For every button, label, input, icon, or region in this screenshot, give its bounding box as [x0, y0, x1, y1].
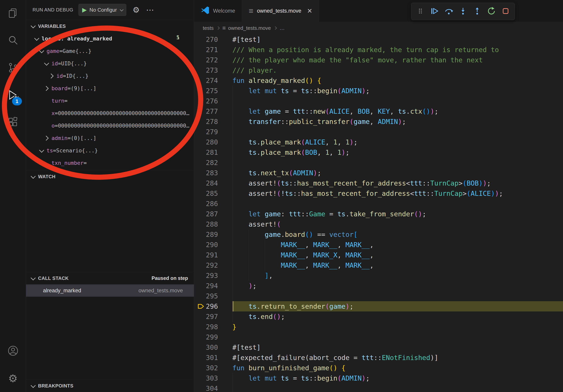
- code-line-291[interactable]: 291MARK__, MARK_X, MARK__,: [194, 250, 563, 260]
- gutter[interactable]: 286: [194, 198, 232, 209]
- variables-section-header[interactable]: VARIABLES: [26, 20, 194, 32]
- code-line-286[interactable]: 286: [194, 198, 563, 209]
- code-line-289[interactable]: 289game.board() == vector[: [194, 229, 563, 240]
- code-line-275[interactable]: 275let mut ts = ts::begin(ADMIN);: [194, 86, 563, 96]
- gutter[interactable]: 301: [194, 353, 232, 363]
- gutter[interactable]: 292: [194, 260, 232, 270]
- continue-button[interactable]: [428, 5, 441, 18]
- gutter[interactable]: 302: [194, 363, 232, 373]
- code-line-283[interactable]: 283ts.next_tx(ADMIN);: [194, 168, 563, 178]
- step-over-button[interactable]: [442, 5, 455, 18]
- code-line-282[interactable]: 282: [194, 157, 563, 168]
- variable-row-o[interactable]: o = 000000000000000000000000000000000000…: [26, 119, 194, 132]
- code-line-288[interactable]: 288assert!(: [194, 219, 563, 229]
- code-line-302[interactable]: 302fun burn_unfinished_game() {: [194, 363, 563, 373]
- chevron-right-icon[interactable]: [44, 136, 49, 141]
- gutter[interactable]: 290: [194, 240, 232, 250]
- code-line-280[interactable]: 280ts.place_mark(ALICE, 1, 1);: [194, 137, 563, 147]
- activity-settings[interactable]: ⚙: [0, 365, 26, 392]
- gutter[interactable]: 293: [194, 270, 232, 281]
- code-line-295[interactable]: 295: [194, 291, 563, 301]
- chevron-right-icon[interactable]: [49, 73, 53, 78]
- code-line-274[interactable]: 274fun already_marked() {: [194, 75, 563, 86]
- gutter[interactable]: 291: [194, 250, 232, 260]
- variable-row-turn[interactable]: turn = 1: [26, 94, 194, 107]
- gutter[interactable]: 303: [194, 373, 232, 383]
- code-line-290[interactable]: 290MARK__, MARK__, MARK__,: [194, 240, 563, 250]
- code-line-284[interactable]: 284assert!(ts::has_most_recent_for_addre…: [194, 178, 563, 188]
- start-debug-icon[interactable]: ▶: [82, 7, 87, 13]
- call-stack-section-header[interactable]: CALL STACK Paused on step: [26, 272, 194, 284]
- code-line-273[interactable]: 273/// player.: [194, 65, 563, 75]
- code-line-304[interactable]: 304: [194, 383, 563, 392]
- code-line-296[interactable]: 296ts.return_to_sender(game);: [194, 301, 563, 312]
- chevron-right-icon[interactable]: [44, 86, 49, 91]
- code-line-298[interactable]: 298}: [194, 322, 563, 332]
- variable-row-ts[interactable]: ts = Scenario{...}: [26, 144, 194, 157]
- activity-search[interactable]: [0, 27, 26, 54]
- gutter[interactable]: 294: [194, 281, 232, 291]
- gutter[interactable]: 282: [194, 157, 232, 168]
- code-line-270[interactable]: 270#[test]: [194, 34, 563, 45]
- code-line-277[interactable]: 277let game = ttt::new(ALICE, BOB, KEY, …: [194, 106, 563, 117]
- gutter[interactable]: 285: [194, 188, 232, 198]
- code-line-300[interactable]: 300#[test]: [194, 342, 563, 353]
- code-line-287[interactable]: 287let game: ttt::Game = ts.take_from_se…: [194, 209, 563, 219]
- tab-welcome[interactable]: Welcome: [194, 0, 242, 22]
- gutter[interactable]: 296: [194, 301, 232, 312]
- breadcrumb-symbol[interactable]: …: [280, 25, 285, 31]
- breadcrumb-folder[interactable]: tests: [203, 25, 214, 31]
- code-line-294[interactable]: 294);: [194, 281, 563, 291]
- toolbar-drag-handle[interactable]: [414, 5, 427, 18]
- chevron-down-icon[interactable]: [34, 36, 39, 41]
- gutter[interactable]: 287: [194, 209, 232, 219]
- chevron-down-icon[interactable]: [39, 148, 44, 153]
- variable-row-admin[interactable]: admin = (0)[...]: [26, 132, 194, 144]
- variable-row-board[interactable]: board = (9)[...]: [26, 82, 194, 94]
- gutter[interactable]: 277: [194, 106, 232, 117]
- gutter[interactable]: 272: [194, 55, 232, 65]
- step-into-button[interactable]: [457, 5, 469, 18]
- gutter[interactable]: 297: [194, 312, 232, 322]
- code-line-301[interactable]: 301#[expected_failure(abort_code = ttt::…: [194, 353, 563, 363]
- gear-icon[interactable]: ⚙: [133, 6, 140, 14]
- variables-scope-row[interactable]: locals: already_marked: [26, 32, 194, 45]
- gutter[interactable]: 299: [194, 332, 232, 342]
- code-line-293[interactable]: 293],: [194, 270, 563, 281]
- chevron-down-icon[interactable]: [39, 48, 44, 53]
- call-stack-frame[interactable]: already_marked owned_tests.move: [26, 284, 194, 297]
- gutter[interactable]: 289: [194, 229, 232, 240]
- watch-section-header[interactable]: WATCH: [26, 170, 194, 183]
- variable-row-game[interactable]: game = Game{...}: [26, 45, 194, 57]
- restart-button[interactable]: [485, 5, 498, 18]
- gutter[interactable]: 273: [194, 65, 232, 75]
- code-line-285[interactable]: 285assert!(!ts::has_most_recent_for_addr…: [194, 188, 563, 198]
- gutter[interactable]: 304: [194, 383, 232, 392]
- breadcrumb-file[interactable]: owned_tests.move: [228, 25, 271, 31]
- gutter[interactable]: 274: [194, 75, 232, 86]
- variable-row-x[interactable]: x = 000000000000000000000000000000000000…: [26, 107, 194, 119]
- variable-row-id[interactable]: id = ID{...}: [26, 70, 194, 82]
- gutter[interactable]: 270: [194, 34, 232, 45]
- breadcrumb[interactable]: tests ≡ owned_tests.move …: [194, 22, 563, 34]
- code-editor[interactable]: 270#[test]271/// When a position is alre…: [194, 34, 563, 392]
- activity-source-control[interactable]: [0, 54, 26, 82]
- gutter[interactable]: 279: [194, 127, 232, 137]
- code-line-292[interactable]: 292MARK__, MARK__, MARK__,: [194, 260, 563, 270]
- stop-button[interactable]: [499, 5, 512, 18]
- debug-config-dropdown[interactable]: ▶ No Configur: [78, 4, 127, 16]
- gutter[interactable]: 280: [194, 137, 232, 147]
- gutter[interactable]: 283: [194, 168, 232, 178]
- activity-explorer[interactable]: [0, 0, 26, 27]
- chevron-down-icon[interactable]: [44, 61, 49, 65]
- code-line-271[interactable]: 271/// When a position is already marked…: [194, 45, 563, 55]
- breakpoints-section-header[interactable]: BREAKPOINTS: [26, 379, 194, 392]
- activity-run-debug[interactable]: 1: [0, 82, 26, 109]
- code-line-299[interactable]: 299: [194, 332, 563, 342]
- code-line-278[interactable]: 278transfer::public_transfer(game, ADMIN…: [194, 117, 563, 127]
- gutter[interactable]: 281: [194, 147, 232, 157]
- code-line-276[interactable]: 276: [194, 96, 563, 106]
- variable-row-txn_number[interactable]: txn_number = 5: [26, 157, 194, 169]
- code-line-303[interactable]: 303let mut ts = ts::begin(ADMIN);: [194, 373, 563, 383]
- gutter[interactable]: 288: [194, 219, 232, 229]
